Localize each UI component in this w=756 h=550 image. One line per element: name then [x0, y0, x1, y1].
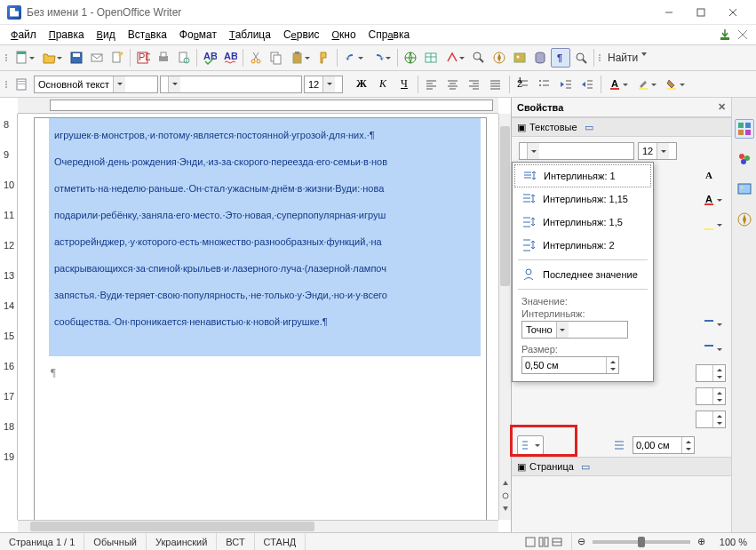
indent-spin[interactable]: 0,00 см	[633, 436, 695, 454]
sidebar-highlight-button[interactable]	[699, 215, 726, 235]
spacing-2[interactable]: Интерлиньяж: 2	[514, 234, 651, 257]
increase-indent-button[interactable]	[577, 75, 597, 94]
tab-properties[interactable]	[735, 119, 754, 139]
toolbar-handle[interactable]	[597, 48, 602, 68]
status-insert[interactable]: ВСТ	[217, 533, 254, 550]
hyperlink-button[interactable]	[401, 48, 420, 68]
spacing-last[interactable]: Последнее значение	[514, 263, 651, 286]
spacing-1-5[interactable]: Интерлиньяж: 1,5	[514, 211, 651, 234]
toolbar-handle[interactable]	[4, 75, 9, 94]
clone-format-button[interactable]	[314, 48, 334, 68]
zoom-out-icon[interactable]: ⊖	[577, 536, 585, 547]
sidebar-font-combo[interactable]	[519, 142, 634, 160]
sidebar-para-icon1[interactable]	[699, 315, 726, 334]
undo-button[interactable]	[340, 48, 367, 68]
print-button[interactable]	[154, 48, 173, 68]
menu-edit[interactable]: Правка	[44, 27, 90, 43]
status-lang[interactable]: Украинский	[147, 533, 217, 550]
sidebar-spin1[interactable]	[696, 364, 726, 382]
sidebar-fontsize-combo[interactable]: 12	[638, 142, 677, 160]
zoom-in-icon[interactable]: ⊕	[697, 536, 705, 547]
menu-tools[interactable]: Сервис	[278, 27, 325, 43]
download-icon[interactable]	[717, 27, 733, 43]
align-right-button[interactable]	[465, 75, 484, 94]
find-replace-button[interactable]	[469, 48, 489, 68]
sidebar-spin3[interactable]	[696, 411, 726, 428]
section-more-icon[interactable]: ▭	[585, 122, 593, 133]
font-name-combo[interactable]	[160, 76, 302, 93]
toolbar-handle[interactable]	[4, 48, 9, 68]
sidebar-para-icon2[interactable]	[699, 339, 726, 359]
table-button[interactable]	[421, 48, 441, 68]
minimize-button[interactable]	[653, 1, 685, 24]
copy-button[interactable]	[267, 48, 286, 68]
find-dropdown[interactable]	[640, 48, 650, 68]
zoom-control[interactable]: ⊖ ⊕	[572, 536, 711, 547]
email-button[interactable]	[87, 48, 107, 68]
section-more-icon[interactable]: ▭	[581, 461, 590, 473]
paste-button[interactable]	[287, 48, 314, 68]
status-page[interactable]: Страница 1 / 1	[0, 533, 84, 550]
vertical-ruler[interactable]: 8 9 10 11 12 13 14 15 16 17 18 19	[0, 114, 18, 520]
spacing-size-spin[interactable]: 0,50 см	[521, 356, 619, 374]
tab-styles[interactable]	[735, 149, 754, 169]
sidebar-spin2[interactable]	[696, 387, 726, 405]
pdf-export-button[interactable]: PDF	[133, 48, 153, 68]
zoom-button[interactable]	[571, 48, 591, 68]
status-view-icons[interactable]	[516, 533, 572, 550]
new-button[interactable]	[12, 48, 38, 68]
tab-gallery[interactable]	[735, 179, 754, 199]
menu-table[interactable]: Таблица	[224, 27, 276, 43]
align-justify-button[interactable]	[486, 75, 505, 94]
horizontal-scrollbar[interactable]	[18, 520, 498, 532]
panel-close-icon[interactable]: ✕	[718, 101, 726, 113]
menu-file[interactable]: Файл	[5, 27, 42, 43]
close-button[interactable]	[717, 1, 749, 24]
status-style[interactable]: Обычный	[84, 533, 147, 550]
status-selmode[interactable]: СТАНД	[255, 533, 306, 550]
nonprint-chars-button[interactable]: ¶	[551, 48, 570, 68]
redo-button[interactable]	[368, 48, 394, 68]
close-doc-icon[interactable]	[735, 27, 751, 43]
vertical-scrollbar[interactable]	[498, 114, 511, 520]
autospell-button[interactable]: ABC	[220, 48, 240, 68]
open-button[interactable]	[39, 48, 66, 68]
menu-insert[interactable]: Вставка	[123, 27, 172, 43]
spacing-mode-combo[interactable]: Точно	[521, 321, 628, 339]
bg-color-button[interactable]	[662, 75, 688, 94]
horizontal-ruler[interactable]	[18, 98, 498, 114]
maximize-button[interactable]	[685, 1, 717, 24]
gallery-button[interactable]	[510, 48, 529, 68]
font-color-button[interactable]: A	[605, 75, 632, 94]
bold-button[interactable]: Ж	[352, 75, 371, 94]
tab-navigator[interactable]	[735, 210, 754, 229]
decrease-indent-button[interactable]	[556, 75, 576, 94]
underline-button[interactable]: Ч	[394, 75, 414, 94]
spacing-1[interactable]: Интерлиньяж: 1	[514, 164, 651, 187]
datasource-button[interactable]	[530, 48, 550, 68]
page[interactable]: игрушек·в·монстров,·и·потому·является·по…	[34, 117, 487, 529]
styles-button[interactable]	[12, 75, 32, 94]
preview-button[interactable]	[174, 48, 194, 68]
highlight-button[interactable]	[633, 75, 660, 94]
bulleted-list-button[interactable]	[535, 75, 554, 94]
save-button[interactable]	[67, 48, 86, 68]
align-center-button[interactable]	[443, 75, 463, 94]
edit-button[interactable]	[107, 48, 127, 68]
menu-window[interactable]: Окно	[326, 27, 361, 43]
align-left-button[interactable]	[422, 75, 442, 94]
navigator-button[interactable]	[489, 48, 509, 68]
menu-format[interactable]: Формат	[174, 27, 222, 43]
menu-help[interactable]: Справка	[363, 27, 416, 43]
draw-button[interactable]	[442, 48, 468, 68]
line-spacing-button[interactable]	[517, 435, 544, 455]
selected-text[interactable]: игрушек·в·монстров,·и·потому·является·по…	[49, 118, 481, 356]
sidebar-bold-icon[interactable]: A	[699, 165, 719, 185]
zoom-label[interactable]: 100 %	[711, 533, 756, 550]
italic-button[interactable]: К	[373, 75, 393, 94]
font-size-combo[interactable]: 12	[304, 76, 343, 93]
section-page-header[interactable]: ▣ Страница ▭	[512, 457, 731, 476]
sidebar-fontcolor-button[interactable]: A	[699, 190, 726, 210]
section-text-header[interactable]: ▣ Текстовые ▭	[512, 117, 731, 137]
zoom-slider[interactable]	[593, 540, 690, 544]
